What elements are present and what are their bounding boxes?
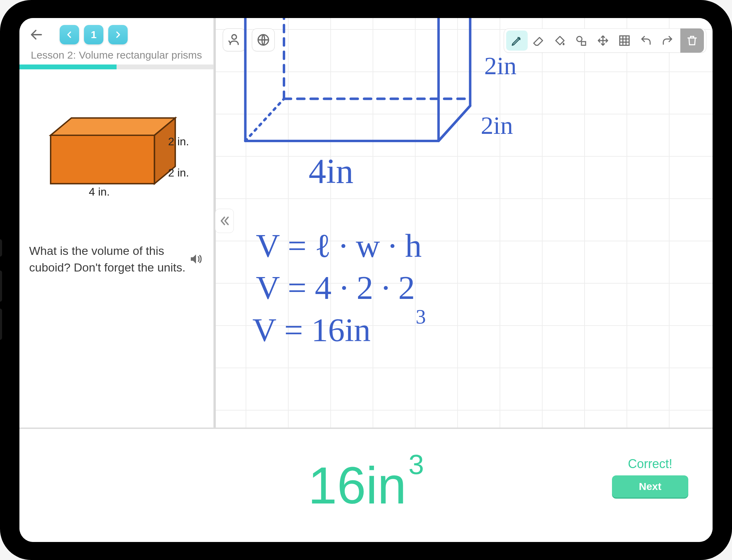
prev-page-button[interactable] [60, 25, 79, 44]
undo-tool[interactable] [635, 31, 657, 51]
sidebar: 1 Lesson 2: Volume rectangular prisms [19, 18, 214, 428]
next-button[interactable]: Next [612, 475, 688, 498]
pencil-tool[interactable] [506, 31, 528, 51]
globe-button[interactable] [252, 28, 275, 51]
dim-length: 4 in. [89, 186, 110, 198]
prism-figure: 2 in. 2 in. 4 in. [33, 107, 199, 205]
question-row: What is the volume of this cuboid? Don't… [19, 215, 213, 283]
hardware-button [0, 270, 2, 302]
shapes-icon [575, 34, 588, 47]
eraser-icon [532, 34, 545, 47]
move-icon [597, 34, 609, 47]
screen: 1 Lesson 2: Volume rectangular prisms [19, 18, 713, 542]
dim-height: 2 in. [168, 135, 189, 148]
student-view-button[interactable] [223, 28, 246, 51]
result-label: Correct! [612, 457, 688, 471]
eraser-tool[interactable] [528, 31, 549, 51]
answer-value: 16in [308, 456, 407, 516]
pencil-icon [511, 34, 523, 47]
answer-exponent: 3 [409, 449, 424, 481]
next-page-button[interactable] [108, 25, 128, 44]
answer-bar: 16in 3 Correct! Next [19, 428, 713, 542]
shapes-tool[interactable] [571, 31, 592, 51]
trash-tool[interactable] [680, 28, 704, 53]
question-text: What is the volume of this cuboid? Don't… [29, 243, 186, 276]
svg-marker-0 [51, 135, 154, 184]
chevrons-left-icon [218, 215, 231, 227]
grid-background [214, 18, 713, 428]
undo-icon [640, 34, 652, 47]
dim-depth: 2 in. [168, 166, 189, 179]
chevron-left-icon [65, 30, 74, 39]
prism-svg [33, 107, 199, 205]
sidebar-header: 1 [19, 18, 213, 47]
page-number[interactable]: 1 [84, 25, 103, 44]
answer-display: 16in 3 [308, 456, 424, 516]
lesson-title: Lesson 2: Volume rectangular prisms [19, 47, 213, 64]
tool-palette [504, 28, 706, 53]
tablet-frame: 1 Lesson 2: Volume rectangular prisms [0, 0, 732, 560]
pager: 1 [60, 25, 128, 44]
chevron-right-icon [113, 30, 122, 39]
collapse-sidebar-button[interactable] [215, 209, 234, 233]
grid-icon [618, 34, 631, 47]
result-block: Correct! Next [612, 457, 688, 498]
progress-fill [19, 64, 117, 69]
hardware-button [0, 239, 2, 257]
main-area: 1 Lesson 2: Volume rectangular prisms [19, 18, 713, 428]
move-tool[interactable] [592, 31, 614, 51]
redo-tool[interactable] [657, 31, 678, 51]
svg-point-4 [577, 36, 582, 42]
arrow-left-icon [29, 27, 44, 42]
globe-icon [256, 33, 270, 47]
progress-bar [19, 64, 213, 69]
paint-bucket-icon [554, 34, 566, 47]
redo-icon [661, 34, 674, 47]
fill-tool[interactable] [549, 31, 571, 51]
back-button[interactable] [28, 26, 45, 43]
hardware-button [0, 309, 2, 340]
canvas[interactable]: 2in 2in 4in V = ℓ · w · h V = 4 · 2 · 2 … [214, 18, 713, 428]
speaker-icon [189, 252, 203, 266]
trash-icon [686, 34, 698, 47]
person-icon [227, 33, 241, 47]
grid-tool[interactable] [614, 31, 635, 51]
speak-button[interactable] [189, 252, 204, 267]
